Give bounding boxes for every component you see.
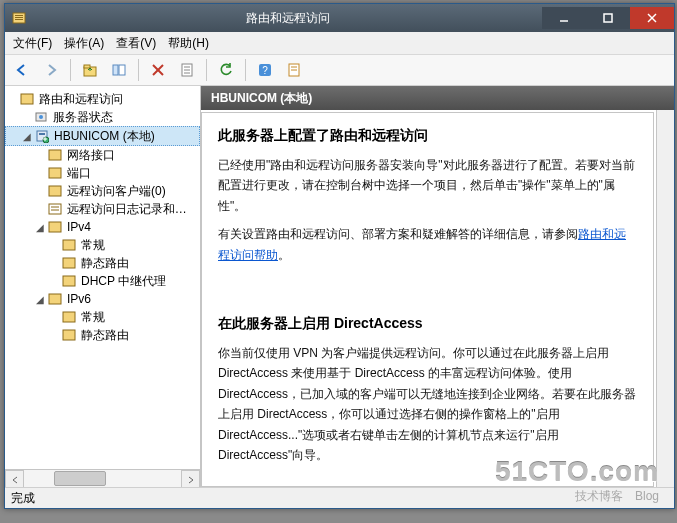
tree-view[interactable]: 路由和远程访问 服务器状态 ◢ HBUNICOM (本地) 网络接口: [5, 86, 200, 469]
svg-rect-38: [63, 276, 75, 286]
page-icon: [61, 237, 77, 253]
svg-rect-36: [63, 240, 75, 250]
refresh-button[interactable]: [213, 57, 239, 83]
svg-rect-41: [63, 330, 75, 340]
tree-label: IPv4: [67, 220, 91, 234]
svg-rect-40: [63, 312, 75, 322]
back-button[interactable]: [9, 57, 35, 83]
menu-help[interactable]: 帮助(H): [166, 33, 211, 54]
forward-button[interactable]: [38, 57, 64, 83]
tree-label: 远程访问日志记录和策略: [67, 201, 196, 218]
svg-rect-1: [15, 15, 23, 16]
menu-action[interactable]: 操作(A): [62, 33, 106, 54]
svg-rect-32: [49, 204, 61, 214]
close-button[interactable]: [630, 7, 674, 29]
tree-label: 路由和远程访问: [39, 91, 123, 108]
tree-ipv6-general[interactable]: 常规: [5, 308, 200, 326]
tree-remote-logs[interactable]: 远程访问日志记录和策略: [5, 200, 200, 218]
tree-label: HBUNICOM (本地): [54, 128, 155, 145]
properties-button[interactable]: [174, 57, 200, 83]
scroll-track[interactable]: [24, 470, 181, 487]
tree-ipv4-general[interactable]: 常规: [5, 236, 200, 254]
content-header: HBUNICOM (本地): [201, 86, 674, 110]
server-icon: [34, 128, 50, 144]
window-title: 路由和远程访问: [33, 10, 542, 27]
page-icon: [47, 183, 63, 199]
separator: [245, 59, 246, 81]
log-icon: [47, 201, 63, 217]
tree-label: 静态路由: [81, 255, 129, 272]
tree-ports[interactable]: 端口: [5, 164, 200, 182]
scroll-left-button[interactable]: [5, 470, 24, 487]
menu-file[interactable]: 文件(F): [11, 33, 54, 54]
up-level-button[interactable]: [77, 57, 103, 83]
svg-rect-35: [49, 222, 61, 232]
page-icon: [47, 219, 63, 235]
svg-rect-30: [49, 168, 61, 178]
tree-label: 常规: [81, 237, 105, 254]
svg-point-28: [43, 137, 49, 143]
svg-point-25: [39, 115, 43, 119]
svg-rect-10: [113, 65, 118, 75]
tree-label: 静态路由: [81, 327, 129, 344]
svg-rect-39: [49, 294, 61, 304]
content-header-title: HBUNICOM (本地): [211, 90, 312, 107]
toolbar: ?: [5, 55, 674, 86]
page-icon: [47, 291, 63, 307]
tree-ipv4-static[interactable]: 静态路由: [5, 254, 200, 272]
svg-rect-11: [119, 65, 125, 75]
separator: [70, 59, 71, 81]
tree-ipv6[interactable]: ◢ IPv6: [5, 290, 200, 308]
scroll-right-button[interactable]: [181, 470, 200, 487]
tree-ipv4[interactable]: ◢ IPv4: [5, 218, 200, 236]
tree-root[interactable]: 路由和远程访问: [5, 90, 200, 108]
page-icon: [61, 273, 77, 289]
menu-view[interactable]: 查看(V): [114, 33, 158, 54]
tree-horizontal-scrollbar[interactable]: [5, 469, 200, 487]
tree-ipv4-dhcp[interactable]: DHCP 中继代理: [5, 272, 200, 290]
svg-rect-31: [49, 186, 61, 196]
maximize-button[interactable]: [586, 7, 630, 29]
tree-network-interfaces[interactable]: 网络接口: [5, 146, 200, 164]
section2-paragraph1: 你当前仅使用 VPN 为客户端提供远程访问。你可以通过在此服务器上启用 Dire…: [218, 343, 637, 465]
tree-ipv6-static[interactable]: 静态路由: [5, 326, 200, 344]
collapse-icon[interactable]: ◢: [33, 294, 47, 305]
svg-rect-23: [21, 94, 33, 104]
svg-rect-5: [604, 14, 612, 22]
svg-text:?: ?: [262, 65, 268, 76]
tree-pane: 路由和远程访问 服务器状态 ◢ HBUNICOM (本地) 网络接口: [5, 86, 201, 487]
svg-rect-2: [15, 17, 23, 18]
section1-title: 此服务器上配置了路由和远程访问: [218, 127, 637, 145]
page-icon: [61, 309, 77, 325]
section2-title: 在此服务器上启用 DirectAccess: [218, 315, 637, 333]
content-pane: HBUNICOM (本地) 此服务器上配置了路由和远程访问 已经使用"路由和远程…: [201, 86, 674, 487]
collapse-icon[interactable]: ◢: [20, 131, 34, 142]
minimize-button[interactable]: [542, 7, 586, 29]
show-hide-tree-button[interactable]: [106, 57, 132, 83]
section1-paragraph2: 有关设置路由和远程访问、部署方案和疑难解答的详细信息，请参阅路由和远程访问帮助。: [218, 224, 637, 265]
svg-rect-3: [15, 19, 23, 20]
delete-button[interactable]: [145, 57, 171, 83]
tree-label: 网络接口: [67, 147, 115, 164]
section1-p2b: 。: [278, 248, 290, 262]
page-icon: [61, 327, 77, 343]
scroll-thumb[interactable]: [54, 471, 106, 486]
svg-rect-29: [49, 150, 61, 160]
tree-label: 服务器状态: [53, 109, 113, 126]
collapse-icon[interactable]: ◢: [33, 222, 47, 233]
tree-label: 端口: [67, 165, 91, 182]
server-status-icon: [33, 109, 49, 125]
options-button[interactable]: [281, 57, 307, 83]
tree-server-node[interactable]: ◢ HBUNICOM (本地): [5, 126, 200, 146]
section1-p2a: 有关设置路由和远程访问、部署方案和疑难解答的详细信息，请参阅: [218, 227, 578, 241]
content-vertical-scrollbar[interactable]: [656, 110, 674, 487]
tree-label: DHCP 中继代理: [81, 273, 166, 290]
help-button[interactable]: ?: [252, 57, 278, 83]
tree-label: 常规: [81, 309, 105, 326]
main-area: 路由和远程访问 服务器状态 ◢ HBUNICOM (本地) 网络接口: [5, 86, 674, 487]
tree-server-status[interactable]: 服务器状态: [5, 108, 200, 126]
page-icon: [19, 91, 35, 107]
tree-remote-clients[interactable]: 远程访问客户端(0): [5, 182, 200, 200]
tree-label: IPv6: [67, 292, 91, 306]
page-icon: [47, 147, 63, 163]
